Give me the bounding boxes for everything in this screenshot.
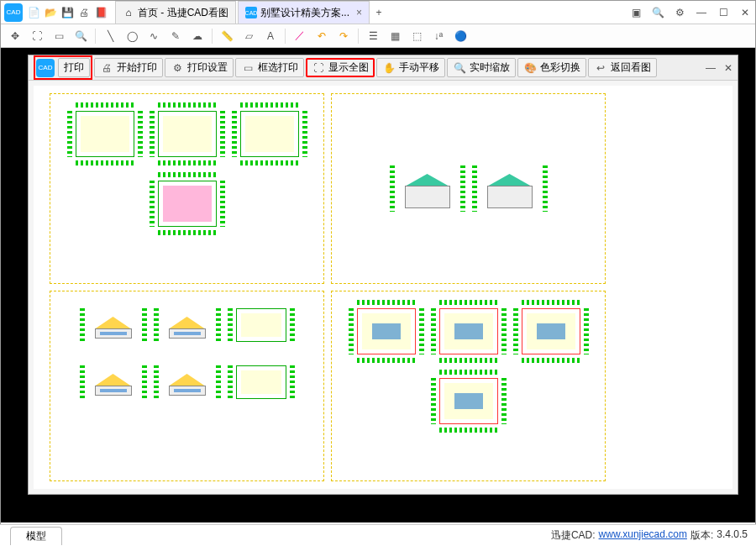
- text-icon[interactable]: A: [263, 29, 278, 44]
- zoom-label: 实时缩放: [470, 60, 510, 75]
- circle-icon[interactable]: ◯: [124, 29, 139, 44]
- status-bar: 模型 迅捷CAD: www.xunjiecad.com 版本: 3.4.0.5: [0, 524, 756, 546]
- sheet-4: [332, 291, 605, 480]
- back-label: 返回看图: [611, 60, 651, 75]
- color-icon[interactable]: 🔵: [453, 29, 468, 44]
- print-tab[interactable]: 打印: [58, 58, 90, 77]
- print-icon[interactable]: 🖨: [76, 5, 92, 20]
- app-logo-icon: CAD: [4, 3, 23, 22]
- fit-icon: ⛶: [312, 61, 325, 75]
- minimize-button[interactable]: —: [695, 7, 708, 18]
- brand-label: 迅捷CAD:: [551, 528, 596, 543]
- print-tab-label: 打印: [64, 60, 84, 75]
- box-print-button[interactable]: ▭ 框选打印: [235, 58, 304, 77]
- elevation: [472, 157, 548, 220]
- color-label: 色彩切换: [540, 60, 580, 75]
- zoom-extents-icon[interactable]: ⛶: [29, 29, 45, 44]
- tab-file-label: 别墅设计精美方案...: [260, 6, 349, 20]
- dialog-controls: — ✕: [706, 62, 732, 74]
- site-plan: [228, 300, 295, 350]
- zoom-icon[interactable]: 🔍: [73, 29, 88, 44]
- add-tab-button[interactable]: +: [371, 1, 386, 24]
- printer-icon: 🖨: [100, 61, 113, 75]
- app-logo-icon: CAD: [36, 59, 55, 77]
- gear-icon[interactable]: ⚙: [673, 7, 686, 18]
- undo-icon[interactable]: ↶: [314, 29, 329, 44]
- hand-icon: ✋: [382, 61, 396, 75]
- measure-icon[interactable]: 📏: [219, 29, 234, 44]
- elevation: [80, 300, 147, 350]
- print-dialog: CAD 打印 🖨 开始打印 ⚙ 打印设置 ▭ 框选打印 ⛶ 显示全图: [28, 55, 738, 495]
- pdf-icon[interactable]: 📕: [93, 5, 108, 20]
- tab-file[interactable]: CAD 别墅设计精美方案... ×: [238, 1, 370, 24]
- model-tab-label: 模型: [26, 530, 46, 542]
- zoom-window-icon[interactable]: ▭: [51, 29, 66, 44]
- selection-icon: ▭: [241, 61, 255, 75]
- window-controls: ▣ 🔍 ⚙ — ☐ ✕: [629, 7, 752, 18]
- back-button[interactable]: ↩ 返回看图: [588, 58, 657, 77]
- start-print-label: 开始打印: [117, 60, 157, 75]
- pan-label: 手动平移: [399, 60, 439, 75]
- 3d-icon[interactable]: ⬚: [409, 29, 424, 44]
- line-icon[interactable]: ╲: [102, 29, 118, 44]
- cloud-icon[interactable]: ☁: [190, 29, 205, 44]
- print-toolbar: CAD 打印 🖨 开始打印 ⚙ 打印设置 ▭ 框选打印 ⛶ 显示全图: [29, 55, 738, 81]
- box-print-label: 框选打印: [258, 60, 298, 75]
- redo-icon[interactable]: ↷: [336, 29, 351, 44]
- separator: [358, 29, 359, 44]
- show-all-label: 显示全图: [328, 60, 369, 75]
- highlight-print-tab: CAD 打印: [34, 55, 92, 80]
- layers-icon[interactable]: ☰: [365, 29, 381, 44]
- palette-icon: 🎨: [523, 61, 537, 75]
- show-all-button[interactable]: ⛶ 显示全图: [306, 58, 375, 77]
- home-icon: ⌂: [123, 7, 134, 18]
- layout-icon[interactable]: ▦: [387, 29, 402, 44]
- start-print-button[interactable]: 🖨 开始打印: [94, 58, 163, 77]
- preview-canvas[interactable]: [34, 86, 732, 489]
- titlebar: CAD 📄 📂 💾 🖨 📕 ⌂ 首页 - 迅捷CAD看图 CAD 别墅设计精美方…: [1, 1, 755, 24]
- tab-home[interactable]: ⌂ 首页 - 迅捷CAD看图: [115, 1, 236, 24]
- elevation: [154, 300, 221, 350]
- version-label: 版本:: [690, 528, 713, 543]
- close-button[interactable]: ✕: [738, 7, 752, 18]
- dialog-close[interactable]: ✕: [724, 62, 732, 74]
- sheet-3: [50, 291, 323, 480]
- main-toolbar: ✥ ⛶ ▭ 🔍 ╲ ◯ ∿ ✎ ☁ 📏 ▱ A ／ ↶ ↷ ☰ ▦ ⬚ ↓ª 🔵: [1, 24, 755, 48]
- struct-plan: [431, 370, 507, 433]
- separator: [95, 29, 96, 44]
- site-plan: [228, 357, 295, 407]
- print-settings-button[interactable]: ⚙ 打印设置: [165, 58, 234, 77]
- close-icon[interactable]: ×: [356, 7, 362, 18]
- eraser-icon[interactable]: ／: [292, 29, 307, 44]
- sort-icon[interactable]: ↓ª: [431, 29, 446, 44]
- magnify-icon: 🔍: [453, 61, 466, 75]
- struct-plan: [431, 300, 507, 363]
- sheet-1: [50, 94, 323, 283]
- model-tab[interactable]: 模型: [10, 527, 62, 545]
- pan-icon[interactable]: ✥: [8, 29, 23, 44]
- status-text: 迅捷CAD: www.xunjiecad.com 版本: 3.4.0.5: [551, 528, 756, 543]
- tab-home-label: 首页 - 迅捷CAD看图: [138, 6, 228, 20]
- save-icon[interactable]: 💾: [60, 5, 75, 20]
- dialog-minimize[interactable]: —: [706, 62, 716, 74]
- open-icon[interactable]: 📂: [43, 5, 58, 20]
- pan-button[interactable]: ✋ 手动平移: [376, 58, 445, 77]
- area-icon[interactable]: ▱: [241, 29, 256, 44]
- polyline-icon[interactable]: ∿: [146, 29, 161, 44]
- separator: [212, 29, 213, 44]
- sheet-2: [332, 94, 605, 283]
- maximize-button[interactable]: ☐: [717, 7, 730, 18]
- cad-file-icon: CAD: [245, 7, 257, 18]
- edit-icon[interactable]: ✎: [168, 29, 183, 44]
- new-icon[interactable]: 📄: [26, 5, 41, 20]
- vip-icon[interactable]: ▣: [629, 7, 643, 18]
- floor-plan: [150, 102, 225, 165]
- search-icon[interactable]: 🔍: [651, 7, 664, 18]
- color-button[interactable]: 🎨 色彩切换: [517, 58, 586, 77]
- zoom-button[interactable]: 🔍 实时缩放: [447, 58, 516, 77]
- document-tabs: ⌂ 首页 - 迅捷CAD看图 CAD 别墅设计精美方案... × +: [115, 1, 386, 24]
- return-icon: ↩: [594, 61, 607, 75]
- brand-link[interactable]: www.xunjiecad.com: [599, 528, 687, 543]
- floor-plan: [232, 102, 307, 165]
- settings-icon: ⚙: [171, 61, 184, 75]
